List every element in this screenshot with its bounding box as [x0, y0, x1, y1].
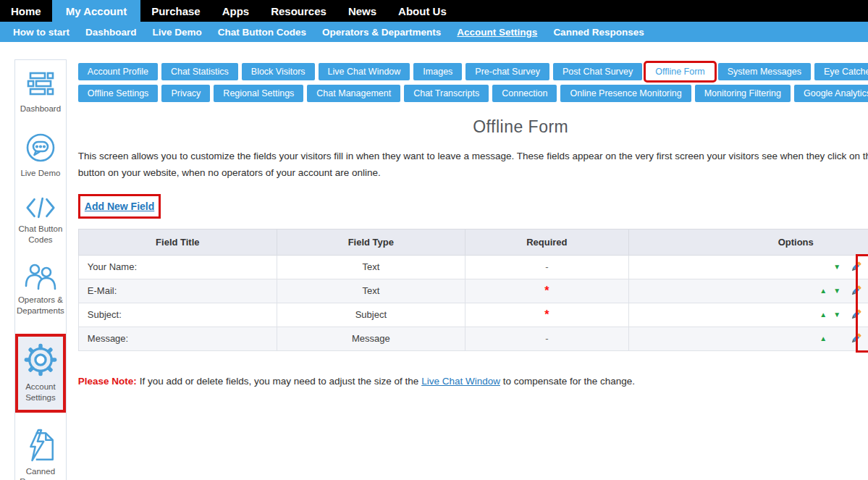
edit-pencil-icon[interactable]: [850, 308, 862, 321]
sub-nav-account-settings[interactable]: Account Settings: [450, 27, 544, 38]
required-mark: -: [545, 261, 548, 272]
dashboard-icon: [25, 70, 56, 99]
sidebar-item-label: Chat Button Codes: [17, 224, 64, 245]
note: Please Note: If you add or delete fields…: [78, 376, 868, 387]
top-nav: Home My Account Purchase Apps Resources …: [0, 0, 868, 22]
tab-system-messages[interactable]: System Messages: [718, 63, 811, 80]
field-type-cell: Message: [277, 327, 465, 350]
sub-nav-how-to-start[interactable]: How to start: [6, 27, 77, 38]
sub-nav-operators-departments[interactable]: Operators & Departments: [315, 27, 448, 38]
tab-images[interactable]: Images: [413, 63, 462, 80]
live-chat-window-link[interactable]: Live Chat Window: [421, 376, 500, 387]
column-header-required: Required: [465, 229, 628, 255]
tab-google-analytics[interactable]: Google Analytics: [794, 85, 868, 102]
tab-chat-transcripts[interactable]: Chat Transcripts: [404, 85, 489, 102]
sidebar-item-account-settings[interactable]: Account Settings: [15, 334, 66, 413]
people-icon: [24, 263, 57, 290]
field-title-cell: Your Name:: [78, 255, 277, 279]
sidebar-item-label: Account Settings: [20, 382, 62, 403]
fields-table: Field Title Field Type Required Options …: [78, 229, 868, 351]
note-text-after: to compensate for the change.: [500, 376, 635, 387]
move-down-icon[interactable]: ▼: [833, 287, 842, 295]
tab-online-presence-monitoring[interactable]: Online Presence Monitoring: [560, 85, 691, 102]
sidebar-item-label: Operators & Departments: [17, 295, 64, 316]
add-new-field-link[interactable]: Add New Field: [85, 201, 154, 212]
settings-tabs-row-1: Account Profile Chat Statistics Block Vi…: [78, 63, 868, 80]
column-header-options: Options: [628, 229, 868, 255]
field-title-cell: E-Mail:: [78, 279, 277, 303]
field-type-cell: Text: [277, 279, 465, 303]
top-nav-resources[interactable]: Resources: [260, 0, 337, 22]
tab-pre-chat-survey[interactable]: Pre-chat Survey: [465, 63, 549, 80]
tab-offline-form[interactable]: Offline Form: [646, 63, 715, 80]
gear-icon: [23, 342, 58, 377]
top-nav-apps[interactable]: Apps: [211, 0, 261, 22]
top-nav-home[interactable]: Home: [0, 0, 52, 22]
top-nav-my-account[interactable]: My Account: [52, 0, 140, 22]
sub-nav: How to start Dashboard Live Demo Chat Bu…: [0, 22, 868, 42]
edit-pencil-icon[interactable]: [850, 261, 862, 273]
tab-block-visitors[interactable]: Block Visitors: [242, 63, 315, 80]
chat-bubble-icon: [25, 132, 56, 164]
lightning-document-icon: [25, 429, 56, 462]
table-row: Subject: Subject * ▲ ▼: [78, 303, 868, 327]
page-description: This screen allows you to customize the …: [78, 148, 868, 182]
settings-tabs-row-2: Offline Settings Privacy Regional Settin…: [78, 85, 868, 102]
move-down-icon[interactable]: ▼: [833, 264, 842, 271]
sub-nav-chat-button-codes[interactable]: Chat Button Codes: [211, 27, 313, 38]
field-title-cell: Message:: [78, 327, 277, 350]
main-content: Account Profile Chat Statistics Block Vi…: [78, 63, 868, 387]
table-row: Your Name: Text - ▲ ▼: [78, 255, 868, 279]
tab-chat-statistics[interactable]: Chat Statistics: [161, 63, 238, 80]
page-title: Offline Form: [78, 117, 868, 137]
note-text-before: If you add or delete fields, you may nee…: [137, 376, 421, 387]
sidebar: Dashboard Live Demo: [14, 59, 67, 480]
sidebar-item-label: Canned Responses: [17, 466, 64, 480]
tab-chat-management[interactable]: Chat Management: [307, 85, 400, 102]
code-icon: [24, 196, 57, 219]
sidebar-item-dashboard[interactable]: Dashboard: [15, 70, 66, 114]
sidebar-item-operators-departments[interactable]: Operators & Departments: [15, 263, 66, 316]
field-title-cell: Subject:: [78, 303, 277, 327]
edit-pencil-icon[interactable]: [850, 332, 862, 345]
edit-pencil-icon[interactable]: [850, 285, 862, 297]
top-nav-purchase[interactable]: Purchase: [140, 0, 211, 22]
tab-live-chat-window[interactable]: Live Chat Window: [319, 63, 410, 80]
sidebar-item-label: Live Demo: [20, 168, 60, 179]
move-down-icon[interactable]: ▼: [833, 311, 842, 319]
move-up-icon[interactable]: ▲: [819, 311, 828, 319]
sidebar-item-live-demo[interactable]: Live Demo: [15, 132, 66, 179]
tab-post-chat-survey[interactable]: Post Chat Survey: [553, 63, 642, 80]
table-row: Message: Message - ▲ ▼: [78, 327, 868, 350]
required-mark: -: [545, 333, 548, 344]
tab-eye-catcher[interactable]: Eye Catcher: [814, 63, 868, 80]
note-label: Please Note:: [78, 376, 137, 387]
tab-regional-settings[interactable]: Regional Settings: [214, 85, 303, 102]
tab-monitoring-filtering[interactable]: Monitoring Filtering: [695, 85, 791, 102]
move-up-icon[interactable]: ▲: [819, 287, 828, 295]
sub-nav-live-demo[interactable]: Live Demo: [146, 27, 209, 38]
sidebar-item-chat-button-codes[interactable]: Chat Button Codes: [15, 196, 66, 245]
sub-nav-dashboard[interactable]: Dashboard: [78, 27, 144, 38]
required-mark: *: [544, 308, 549, 321]
column-header-field-title: Field Title: [78, 229, 277, 255]
fields-table-wrapper: Field Title Field Type Required Options …: [78, 229, 868, 351]
top-nav-news[interactable]: News: [337, 0, 387, 22]
tab-offline-settings[interactable]: Offline Settings: [78, 85, 159, 102]
sidebar-item-canned-responses[interactable]: Canned Responses: [15, 429, 66, 480]
tab-connection[interactable]: Connection: [492, 85, 557, 102]
move-up-icon[interactable]: ▲: [819, 335, 828, 342]
field-type-cell: Subject: [277, 303, 465, 327]
tab-privacy[interactable]: Privacy: [161, 85, 210, 102]
sidebar-item-label: Dashboard: [20, 104, 61, 114]
tab-account-profile[interactable]: Account Profile: [78, 63, 158, 80]
sub-nav-canned-responses[interactable]: Canned Responses: [546, 27, 651, 38]
table-row: E-Mail: Text * ▲ ▼: [78, 279, 868, 303]
column-header-field-type: Field Type: [277, 229, 465, 255]
top-nav-about-us[interactable]: About Us: [387, 0, 458, 22]
required-mark: *: [544, 285, 549, 297]
table-header-row: Field Title Field Type Required Options: [78, 229, 868, 255]
field-type-cell: Text: [277, 255, 465, 279]
